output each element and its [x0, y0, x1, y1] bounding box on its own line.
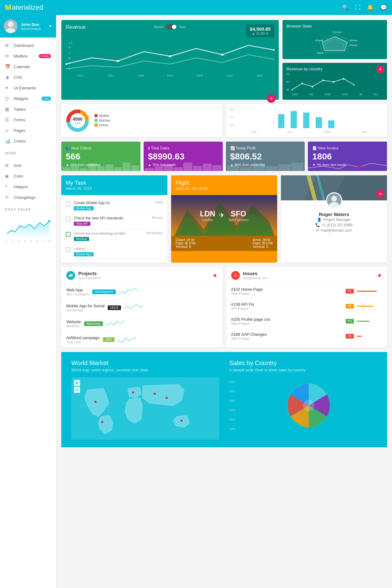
sidebar-item-pages[interactable]: ⊔ Pages	[0, 125, 56, 136]
country-revenue-add-button[interactable]: +	[376, 65, 384, 73]
priority-badge: P2	[346, 304, 354, 309]
today-profit-bars	[226, 162, 305, 171]
sidebar-item-grid[interactable]: ⊞ Grid	[0, 160, 56, 171]
sidebar-item-label: Tables	[14, 107, 26, 112]
revenue-add-button[interactable]: +	[267, 94, 276, 103]
svg-text:Safari: Safari	[317, 52, 323, 54]
sidebar-item-tables[interactable]: ▦ Tables	[0, 104, 56, 114]
issues-title-group: Issues Assigned to you	[243, 271, 267, 280]
sidebar: John Doe Administrator ▼ ⊞ Dashboard ✉ M…	[0, 15, 56, 588]
sidebar-item-widgets[interactable]: ⊡ Widgets new	[0, 93, 56, 104]
task-checkbox[interactable]: ✓	[66, 247, 71, 252]
sidebar-item-forms[interactable]: ☰ Forms	[0, 114, 56, 125]
task-content: Create Mobile App UI. Mobile App	[74, 201, 110, 211]
task-item: ✓ Check the new Mockup of ABC. Mockup We…	[66, 229, 163, 244]
sidebar-item-charts[interactable]: 📊 Charts	[0, 136, 56, 146]
brand-logo[interactable]: M aterialized	[5, 3, 43, 12]
projects-star[interactable]: ★	[212, 272, 217, 279]
svg-point-26	[333, 81, 334, 83]
country-revenue-chart-area: 705030	[286, 73, 383, 93]
sidebar-item-calender[interactable]: 📅 Calender	[0, 61, 56, 72]
new-invoice-icon: 📄 New Invoice	[312, 146, 383, 150]
issues-star[interactable]: ★	[377, 272, 382, 279]
legend-home: Home	[99, 123, 108, 127]
flight-from: LDN London	[200, 209, 215, 222]
sidebar-item-mailbox[interactable]: ✉ Mailbox 4 new	[0, 51, 56, 61]
sidebar-user-profile: John Doe Administrator ▼	[0, 15, 56, 38]
task-header: My Task March 26, 2015	[61, 175, 167, 195]
tables-icon: ▦	[5, 107, 11, 112]
svg-point-47	[329, 202, 339, 209]
project-company: True Line	[66, 340, 100, 344]
sidebar-item-label: Dashboard	[14, 43, 34, 48]
sidebar-item-ui-elements[interactable]: ✦ UI Elements	[0, 83, 56, 93]
user-dropdown-icon[interactable]: ▼	[48, 24, 52, 28]
task-text: Create Mobile App UI.	[74, 201, 110, 205]
project-info: AdWord campaign True Line	[66, 335, 100, 344]
user-info: John Doe Administrator	[21, 22, 41, 31]
flight-arrive-info: Arrive: 08.50 Flight: IB 5786 Terminal: …	[253, 238, 273, 249]
task-list: Create Mobile App UI. Mobile App Today C…	[61, 195, 167, 263]
world-market: World Market World map, world regions, c…	[71, 359, 219, 440]
polar-y-labels: 600050004000300020001000	[229, 380, 236, 430]
task-checkbox[interactable]	[66, 201, 71, 206]
sidebar-item-css[interactable]: ◑ CSS	[0, 72, 56, 83]
flight-details: Depart: 04.50 Flight: IB 5786 Terminal: …	[171, 236, 277, 251]
pages-icon: ⊔	[5, 128, 11, 133]
map-zoom-out-button[interactable]: −	[74, 387, 80, 393]
bar-chart: 9.04.50.0 JANMAYMARMAY	[230, 108, 384, 133]
issue-progress-bar	[357, 321, 382, 322]
task-checkbox[interactable]	[66, 217, 71, 222]
sidebar-item-color[interactable]: ◉ Color	[0, 171, 56, 181]
svg-point-50	[132, 391, 134, 394]
sidebar-item-dashboard[interactable]: ⊞ Dashboard	[0, 40, 56, 51]
issues-title: Issues	[243, 271, 267, 276]
svg-text:iPhone: iPhone	[350, 44, 358, 47]
project-row: Web App AEC Company Development	[61, 284, 222, 300]
svg-point-2	[48, 220, 50, 222]
bar-x-labels: JANMAYMARMAY	[236, 130, 383, 133]
sales-by-country-subtitle: A sample polar chart to show sales by co…	[229, 368, 377, 372]
world-market-title: World Market	[71, 359, 219, 367]
new-clients-value: 566	[66, 152, 136, 162]
country-revenue-title: Revenue by country	[286, 67, 383, 71]
task-tag: Mobile App	[74, 252, 94, 256]
project-mini-chart	[124, 303, 143, 312]
flight-title: Flight	[176, 180, 273, 186]
profile-avatar	[326, 192, 342, 209]
profile-edit-button[interactable]: ✏	[376, 190, 384, 198]
project-row: AdWord campaign True Line SEO	[61, 332, 222, 348]
priority-badge: P1	[346, 334, 354, 339]
flight-header: Flight June 18, Thu 04:50	[171, 175, 277, 195]
search-icon[interactable]: 🔍	[342, 4, 349, 11]
profile-background: ✏	[281, 175, 387, 200]
bottom-section: 📁 Projects Your Favorites ★ Web App AEC …	[61, 267, 387, 348]
task-content: Check the new API standerds. Web API	[74, 216, 124, 226]
donut-chart: 4500 Sold	[65, 108, 90, 133]
polar-chart-area: 600050004000300020001000	[229, 377, 377, 434]
project-name: Mobile App for Social	[66, 304, 104, 308]
nav-icon-group: 🔍 ⛶ 🔔 💬	[342, 4, 387, 11]
project-row: Website MediTab Marketing	[61, 316, 222, 332]
stat-cards-row: 👥 New Clients 566 ▲ 15% from yesterday $…	[61, 142, 387, 171]
task-due-date: Today	[155, 201, 163, 204]
changelogs-icon: ↻	[5, 195, 11, 200]
sidebar-item-helpers[interactable]: ? Helpers	[0, 181, 56, 192]
sidebar-item-changelogs[interactable]: ↻ Changelogs	[0, 192, 56, 203]
map-zoom-in-button[interactable]: +	[74, 380, 80, 386]
svg-point-0	[8, 22, 13, 27]
toggle-year-label: Year	[179, 25, 186, 29]
sidebar-item-label: UI Elements	[14, 86, 36, 90]
world-section: World Market World map, world regions, c…	[61, 352, 387, 447]
total-sales-bars	[144, 162, 223, 171]
issue-progress-bar	[357, 291, 382, 292]
main-content: Revenue Month Year $4,500.85 ▲ 21.80 %	[56, 15, 392, 588]
issue-row: #188 SAP Changes SAP Project P1	[226, 329, 387, 344]
revenue-toggle[interactable]	[166, 24, 177, 29]
fullscreen-icon[interactable]: ⛶	[355, 4, 361, 11]
task-checkbox[interactable]: ✓	[66, 232, 71, 237]
notifications-icon[interactable]: 🔔	[367, 4, 374, 11]
projects-icon: 📁	[66, 271, 75, 280]
sidebar-item-label: Forms	[14, 118, 25, 122]
message-icon[interactable]: 💬	[380, 4, 387, 11]
